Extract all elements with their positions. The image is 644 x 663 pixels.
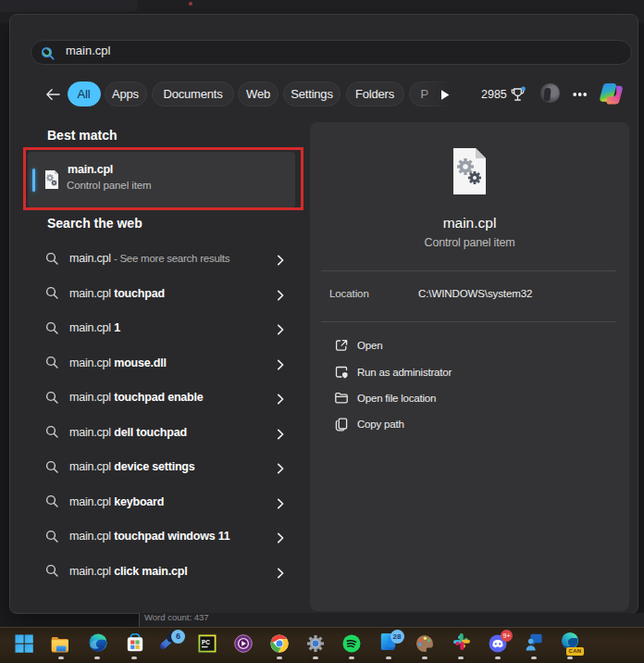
svg-text:PC: PC — [202, 639, 210, 645]
